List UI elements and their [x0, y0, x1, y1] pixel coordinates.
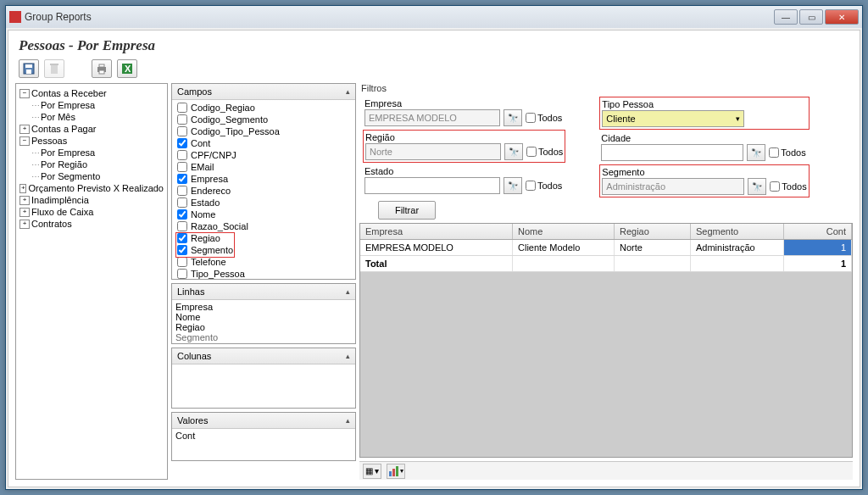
- search-button[interactable]: 🔭: [504, 177, 522, 194]
- expand-icon[interactable]: +: [19, 220, 30, 229]
- campo-item[interactable]: Empresa: [175, 173, 352, 185]
- list-item[interactable]: Empresa: [175, 302, 352, 312]
- empresa-todos-checkbox[interactable]: [526, 113, 536, 123]
- chevron-up-icon[interactable]: ▴: [346, 287, 350, 296]
- search-button[interactable]: 🔭: [748, 178, 766, 195]
- campo-checkbox[interactable]: [177, 221, 187, 231]
- campo-checkbox[interactable]: [177, 114, 187, 125]
- empresa-input[interactable]: [364, 109, 500, 126]
- campo-item[interactable]: Codigo_Segmento: [175, 114, 352, 125]
- campo-label: Tipo_Pessoa: [191, 269, 245, 279]
- chevron-up-icon[interactable]: ▴: [346, 416, 350, 425]
- filter-tipo-pessoa: Tipo Pessoa Cliente ▾: [599, 97, 809, 130]
- campo-item[interactable]: Cont: [175, 137, 352, 149]
- maximize-button[interactable]: ▭: [799, 9, 823, 25]
- col-segmento[interactable]: Segmento: [691, 224, 784, 239]
- cidade-input[interactable]: [601, 144, 743, 161]
- campo-item[interactable]: EMail: [175, 161, 352, 173]
- page-header: Pessoas - Por Empresa: [8, 31, 860, 58]
- tree-item-pessoas[interactable]: − Pessoas: [19, 135, 164, 147]
- tree-item-contratos[interactable]: +Contratos: [19, 218, 164, 230]
- campo-item[interactable]: Estado: [175, 197, 352, 209]
- expand-icon[interactable]: +: [19, 196, 30, 205]
- segmento-input[interactable]: [602, 178, 744, 195]
- campo-item[interactable]: CPF/CNPJ: [175, 149, 352, 161]
- campo-item[interactable]: Codigo_Regiao: [175, 102, 352, 114]
- regiao-todos-checkbox[interactable]: [526, 147, 537, 157]
- campo-checkbox[interactable]: [177, 269, 187, 279]
- table-total-row: Total 1: [360, 256, 852, 272]
- campo-item[interactable]: Tipo_Pessoa: [175, 268, 352, 279]
- table-row[interactable]: EMPRESA MODELO Cliente Modelo Norte Admi…: [360, 240, 852, 256]
- collapse-icon[interactable]: −: [19, 89, 30, 98]
- campo-checkbox[interactable]: [177, 197, 187, 208]
- chevron-up-icon[interactable]: ▴: [346, 87, 350, 96]
- campo-checkbox[interactable]: [177, 186, 187, 196]
- expand-icon[interactable]: +: [19, 184, 26, 193]
- save-icon: [23, 63, 35, 75]
- list-item[interactable]: Regiao: [175, 322, 352, 332]
- campo-checkbox[interactable]: [177, 150, 187, 160]
- collapse-icon[interactable]: −: [19, 136, 30, 146]
- campo-checkbox[interactable]: [177, 162, 187, 172]
- cidade-todos-checkbox[interactable]: [769, 147, 779, 158]
- regiao-input[interactable]: [365, 143, 501, 160]
- close-button[interactable]: ✕: [825, 9, 859, 25]
- campo-checkbox[interactable]: [177, 209, 187, 220]
- grid-view-button[interactable]: ▦ ▾: [363, 464, 381, 479]
- chart-view-button[interactable]: ▾: [387, 464, 405, 479]
- expand-icon[interactable]: +: [19, 208, 30, 217]
- export-excel-button[interactable]: X: [117, 59, 137, 78]
- search-button[interactable]: 🔭: [747, 144, 765, 161]
- col-empresa[interactable]: Empresa: [360, 224, 513, 239]
- campo-item[interactable]: Endereco: [175, 185, 352, 197]
- minimize-button[interactable]: —: [774, 9, 798, 25]
- tree-item-pessoas-por-empresa[interactable]: ⋯Por Empresa: [31, 147, 164, 159]
- tree-item-pessoas-por-regiao[interactable]: ⋯Por Região: [31, 159, 164, 170]
- tree-item-por-empresa[interactable]: ⋯Por Empresa: [31, 99, 164, 111]
- save-button[interactable]: [19, 59, 39, 78]
- campo-label: Razao_Social: [191, 221, 248, 231]
- filtrar-button[interactable]: Filtrar: [378, 201, 436, 220]
- list-item[interactable]: Segmento: [175, 332, 352, 342]
- tree-item-orcamento[interactable]: +Orçamento Previsto X Realizado: [19, 182, 164, 194]
- tree-item-contas-pagar[interactable]: + Contas a Pagar: [19, 123, 164, 135]
- tree-item-contas-receber[interactable]: − Contas a Receber: [19, 87, 164, 99]
- campo-checkbox[interactable]: [177, 138, 187, 148]
- search-button[interactable]: 🔭: [504, 143, 523, 160]
- estado-todos-checkbox[interactable]: [526, 181, 536, 191]
- tree-item-por-mes[interactable]: ⋯Por Mês: [31, 111, 164, 123]
- svg-rect-4: [50, 64, 58, 65]
- campo-item[interactable]: Nome: [175, 209, 352, 220]
- segmento-todos-checkbox[interactable]: [770, 181, 780, 192]
- col-regiao[interactable]: Regiao: [615, 224, 691, 239]
- list-item[interactable]: Cont: [175, 431, 352, 441]
- delete-button: [44, 59, 64, 78]
- campo-label: Codigo_Regiao: [191, 103, 255, 113]
- campo-item[interactable]: Telefone: [175, 256, 352, 268]
- col-cont[interactable]: Cont: [784, 224, 852, 239]
- list-item[interactable]: Nome: [175, 312, 352, 322]
- tipo-pessoa-select[interactable]: Cliente ▾: [602, 110, 744, 127]
- print-button[interactable]: [92, 59, 112, 78]
- col-nome[interactable]: Nome: [513, 224, 615, 239]
- campo-item[interactable]: Codigo_Tipo_Pessoa: [175, 125, 352, 137]
- campo-checkbox[interactable]: [177, 257, 187, 267]
- titlebar: Group Reports — ▭ ✕: [6, 6, 862, 28]
- tree-item-pessoas-por-segmento[interactable]: ⋯Por Segmento: [31, 170, 164, 182]
- tree-item-inadimplencia[interactable]: +Inadimplência: [19, 194, 164, 206]
- campos-title: Campos: [177, 86, 212, 97]
- chevron-down-icon: ▾: [736, 114, 740, 123]
- tree-item-fluxo-caixa[interactable]: +Fluxo de Caixa: [19, 206, 164, 218]
- svg-rect-3: [51, 65, 58, 74]
- toolbar: X: [8, 58, 860, 83]
- campo-checkbox[interactable]: [177, 103, 187, 113]
- campo-checkbox[interactable]: [177, 174, 187, 184]
- campo-checkbox[interactable]: [177, 126, 187, 136]
- chevron-up-icon[interactable]: ▴: [346, 352, 350, 360]
- estado-input[interactable]: [364, 177, 500, 194]
- campo-item[interactable]: Razao_Social: [175, 220, 352, 232]
- search-button[interactable]: 🔭: [504, 109, 522, 126]
- expand-icon[interactable]: +: [19, 125, 30, 134]
- excel-icon: X: [121, 63, 133, 75]
